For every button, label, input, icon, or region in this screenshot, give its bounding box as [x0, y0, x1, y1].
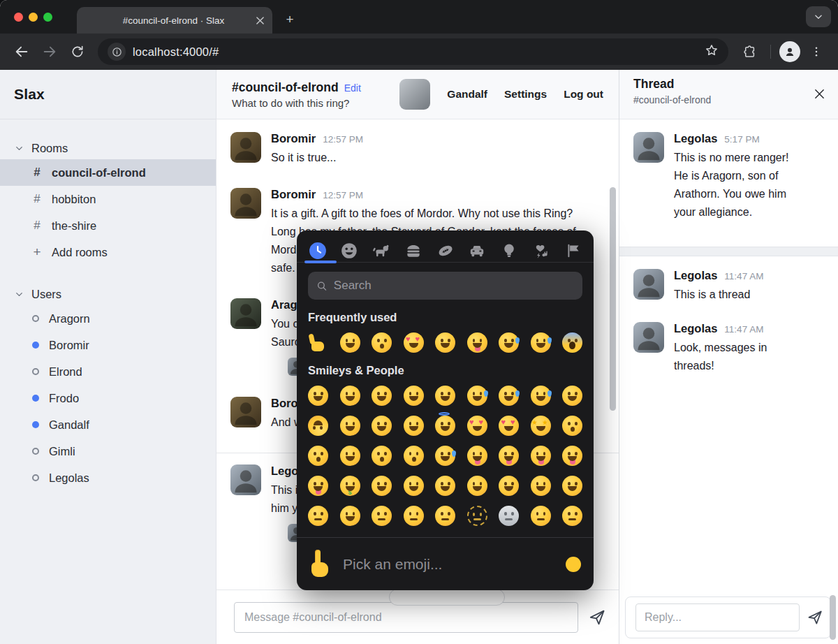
- emoji-category-flags-icon[interactable]: [564, 241, 582, 260]
- emoji-cell[interactable]: [404, 446, 424, 466]
- emoji-cell[interactable]: [308, 476, 328, 496]
- new-tab-button[interactable]: +: [281, 11, 299, 28]
- emoji-cell[interactable]: [340, 476, 360, 496]
- sidebar-item-user-elrond[interactable]: Elrond: [0, 358, 216, 385]
- sidebar-item-user-aragorn[interactable]: Aragorn: [0, 305, 216, 332]
- sidebar-item-user-gimli[interactable]: Gimli: [0, 438, 216, 464]
- emoji-cell[interactable]: [435, 506, 455, 526]
- chat-scrollbar[interactable]: [610, 187, 616, 411]
- emoji-cell[interactable]: [531, 416, 551, 436]
- emoji-search-input[interactable]: [334, 279, 574, 293]
- emoji-cell[interactable]: [340, 416, 360, 436]
- browser-tab[interactable]: #council-of-elrond · Slax: [77, 7, 272, 34]
- emoji-cell[interactable]: [499, 506, 519, 526]
- reload-button[interactable]: [66, 40, 89, 64]
- emoji-cell[interactable]: [531, 386, 551, 406]
- profile-avatar[interactable]: [779, 41, 800, 62]
- browser-menu-icon[interactable]: [804, 40, 828, 64]
- emoji-cell[interactable]: [435, 476, 455, 496]
- sidebar-item-user-boromir[interactable]: Boromir: [0, 332, 216, 358]
- emoji-cell[interactable]: [404, 416, 424, 436]
- emoji-cell[interactable]: [435, 386, 455, 406]
- emoji-category-recent-icon[interactable]: [308, 241, 327, 260]
- aragorn-avatar[interactable]: [230, 298, 261, 329]
- legolas-avatar[interactable]: [633, 322, 664, 353]
- emoji-cell[interactable]: [404, 386, 424, 406]
- emoji-cell[interactable]: [372, 416, 392, 436]
- tab-search-button[interactable]: [806, 6, 831, 27]
- emoji-cell[interactable]: [499, 386, 519, 406]
- emoji-category-symbols-icon[interactable]: [531, 241, 550, 260]
- emoji-cell[interactable]: [531, 476, 551, 496]
- emoji-cell[interactable]: [340, 446, 360, 466]
- extensions-icon[interactable]: [738, 40, 762, 64]
- bookmark-star-icon[interactable]: [705, 43, 719, 60]
- boromir-avatar[interactable]: [230, 188, 261, 219]
- emoji-category-travel-places-icon[interactable]: [468, 241, 487, 260]
- back-button[interactable]: [10, 40, 34, 64]
- emoji-cell[interactable]: [308, 332, 328, 353]
- close-thread-icon[interactable]: [814, 88, 825, 100]
- emoji-cell[interactable]: [308, 506, 328, 526]
- emoji-cell[interactable]: [531, 332, 551, 353]
- boromir-avatar[interactable]: [230, 397, 261, 427]
- emoji-cell[interactable]: [372, 332, 392, 353]
- emoji-cell[interactable]: [308, 386, 328, 406]
- users-section-header[interactable]: Users: [0, 284, 216, 305]
- skin-tone-selector[interactable]: [566, 557, 581, 572]
- emoji-cell[interactable]: [562, 506, 582, 526]
- emoji-search[interactable]: [308, 272, 582, 300]
- emoji-cell[interactable]: [562, 386, 582, 406]
- emoji-cell[interactable]: [499, 416, 519, 436]
- site-info-icon[interactable]: [108, 43, 126, 61]
- sidebar-item-room-hobbiton[interactable]: #hobbiton: [0, 186, 216, 212]
- emoji-cell[interactable]: [531, 506, 551, 526]
- message-input[interactable]: [234, 602, 578, 633]
- minimize-window-button[interactable]: [29, 13, 38, 22]
- emoji-cell[interactable]: [562, 446, 582, 466]
- forward-button[interactable]: [38, 40, 61, 64]
- emoji-cell[interactable]: [499, 332, 519, 353]
- sidebar-item-room-council-of-elrond[interactable]: #council-of-elrond: [0, 159, 216, 186]
- emoji-cell[interactable]: [340, 386, 360, 406]
- close-window-button[interactable]: [14, 13, 23, 22]
- emoji-cell[interactable]: [467, 476, 487, 496]
- emoji-cell[interactable]: [308, 446, 328, 466]
- emoji-cell[interactable]: [499, 476, 519, 496]
- emoji-cell[interactable]: [372, 476, 392, 496]
- emoji-cell[interactable]: [435, 446, 455, 466]
- emoji-cell[interactable]: [372, 446, 392, 466]
- sidebar-item-user-gandalf[interactable]: Gandalf: [0, 411, 216, 438]
- emoji-cell[interactable]: [467, 332, 487, 353]
- emoji-cell[interactable]: [372, 386, 392, 406]
- emoji-category-food-drink-icon[interactable]: [404, 241, 422, 260]
- tab-close-icon[interactable]: [256, 17, 264, 24]
- send-icon[interactable]: [588, 608, 606, 627]
- emoji-category-activities-icon[interactable]: [436, 241, 455, 260]
- emoji-cell[interactable]: [340, 506, 360, 526]
- emoji-cell[interactable]: [562, 332, 582, 353]
- sidebar-item-user-frodo[interactable]: Frodo: [0, 385, 216, 411]
- emoji-category-smileys-people-icon[interactable]: [340, 241, 359, 260]
- sidebar-item-room-the-shire[interactable]: #the-shire: [0, 212, 216, 239]
- emoji-cell[interactable]: [435, 416, 455, 436]
- thread-scrollbar[interactable]: [830, 595, 836, 640]
- emoji-cell[interactable]: [467, 446, 487, 466]
- boromir-avatar[interactable]: [230, 132, 261, 163]
- emoji-category-animals-nature-icon[interactable]: [372, 241, 391, 260]
- emoji-cell[interactable]: [340, 332, 360, 353]
- emoji-cell[interactable]: [562, 476, 582, 496]
- emoji-cell[interactable]: [562, 416, 582, 436]
- url-bar[interactable]: localhost:4000/#: [98, 38, 728, 65]
- emoji-cell[interactable]: [467, 386, 487, 406]
- emoji-cell[interactable]: [404, 506, 424, 526]
- send-icon[interactable]: [807, 609, 823, 626]
- emoji-cell[interactable]: [499, 446, 519, 466]
- emoji-cell[interactable]: [467, 416, 487, 436]
- emoji-cell[interactable]: [372, 506, 392, 526]
- reply-input[interactable]: [635, 603, 800, 631]
- legolas-avatar[interactable]: [230, 464, 261, 495]
- emoji-category-objects-icon[interactable]: [500, 241, 519, 260]
- legolas-avatar[interactable]: [633, 132, 664, 163]
- emoji-cell[interactable]: [404, 332, 424, 353]
